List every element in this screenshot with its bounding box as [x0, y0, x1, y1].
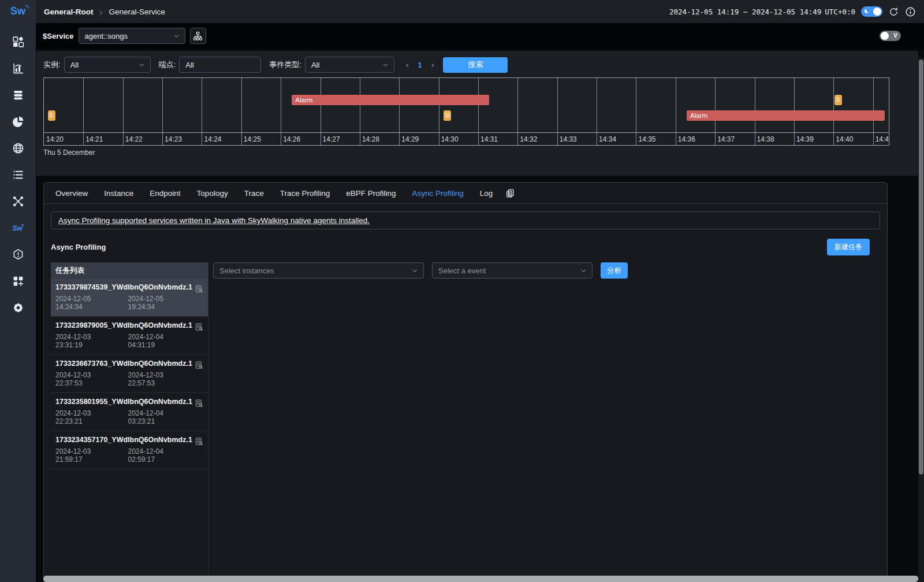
timeline-tick-label: 14:20 — [44, 135, 64, 143]
moon-icon — [863, 8, 869, 14]
sidebar-item-pie-chart[interactable] — [0, 108, 36, 135]
endpoint-filter-label: 端点: — [159, 60, 176, 70]
skywalking-logo[interactable]: Sw — [10, 5, 25, 28]
service-label: $Service — [43, 32, 74, 40]
tab-instance[interactable]: Instance — [96, 183, 141, 204]
timeline-gridline — [794, 78, 795, 132]
timeline-axis: 14:2014:2114:2214:2314:2414:2514:2614:27… — [43, 133, 889, 146]
timeline-tick-label: 14:27 — [321, 135, 340, 143]
task-list-item[interactable]: 1733239879005_YWdlbnQ6OnNvbmdz.12024-12-… — [51, 317, 208, 355]
horizontal-scrollbar[interactable] — [43, 576, 918, 582]
task-detail-icon[interactable] — [195, 322, 204, 332]
grid-plus-icon — [12, 275, 24, 287]
instances-select-placeholder: Select instances — [219, 266, 274, 275]
event-badge[interactable]: St — [444, 110, 451, 121]
sidebar-item-list[interactable] — [0, 161, 36, 188]
horizontal-scrollbar-thumb[interactable] — [43, 576, 918, 582]
tab-log[interactable]: Log — [472, 183, 501, 204]
search-button[interactable]: 搜索 — [443, 57, 508, 73]
task-list-item[interactable]: 1733235801955_YWdlbnQ6OnNvbmdz.12024-12-… — [51, 393, 208, 431]
task-list-item[interactable]: 1733236673763_YWdlbnQ6OnNvbmdz.12024-12-… — [51, 355, 208, 393]
timeline-plot: SAlarmStAlarmS — [43, 77, 889, 133]
tab-endpoint[interactable]: Endpoint — [141, 183, 188, 204]
doc-link-box: Async Profiling supported services writt… — [51, 212, 880, 229]
info-icon[interactable] — [905, 6, 916, 17]
tab-trace[interactable]: Trace — [236, 183, 272, 204]
task-list-item[interactable]: 1733379874539_YWdlbnQ6OnNvbmdz.12024-12-… — [51, 279, 208, 317]
copy-pages-icon[interactable] — [505, 188, 515, 198]
task-detail-icon[interactable] — [195, 399, 204, 408]
task-time-range: 2024-12-05 14:24:342024-12-05 19:24:34 — [55, 295, 192, 311]
sidebar-item-database[interactable] — [0, 81, 36, 108]
profiling-body: 任务列表 1733379874539_YWdlbnQ6OnNvbmdz.1202… — [51, 262, 887, 582]
current-page[interactable]: 1 — [418, 61, 422, 69]
refresh-icon[interactable] — [888, 6, 899, 17]
sidebar-item-grid-plus[interactable] — [0, 268, 36, 294]
instance-filter-select[interactable]: All — [64, 57, 151, 73]
event-badge[interactable]: S — [48, 110, 55, 121]
task-end-time: 2024-12-04 04:31:19 — [128, 333, 192, 349]
service-select[interactable]: agent::songs — [79, 28, 185, 44]
task-detail-icon[interactable] — [195, 284, 204, 294]
service-select-value: agent::songs — [85, 32, 128, 40]
event-select[interactable]: Select a event — [432, 262, 593, 279]
task-detail-icon[interactable] — [195, 361, 204, 370]
vertical-scrollbar-thumb[interactable] — [919, 60, 923, 475]
section-title: Async Profiling — [51, 243, 106, 251]
timeline-gridline — [636, 78, 636, 132]
sidebar-item-shield-alert[interactable] — [0, 241, 36, 268]
task-list-header: 任务列表 — [51, 262, 208, 279]
timezone-label: UTC+0:0 — [825, 8, 855, 16]
dark-mode-toggle[interactable] — [861, 6, 882, 17]
alarm-bar[interactable]: Alarm — [292, 95, 489, 105]
tab-overview[interactable]: Overview — [47, 183, 96, 204]
tab-async-profiling[interactable]: Async Profiling — [404, 183, 472, 204]
tab-topology[interactable]: Topology — [189, 183, 236, 204]
timeline-gridline — [715, 78, 716, 132]
tab-ebpf-profiling[interactable]: eBPF Profiling — [338, 183, 404, 204]
next-page-button[interactable]: › — [431, 60, 434, 69]
timeline-tick-label: 14:35 — [636, 135, 655, 143]
task-start-time: 2024-12-03 22:37:53 — [55, 371, 120, 387]
timeline-tick-label: 14:22 — [123, 135, 143, 143]
svg-text:Sw: Sw — [12, 224, 23, 232]
sidebar-item-topology[interactable] — [0, 188, 36, 214]
task-list-column: 任务列表 1733379874539_YWdlbnQ6OnNvbmdz.1202… — [51, 262, 208, 582]
service-topology-button[interactable] — [190, 28, 206, 44]
event-badge[interactable]: S — [834, 95, 842, 105]
analysis-area: Select instances Select a event 分析 — [208, 262, 887, 582]
vertical-scrollbar[interactable] — [918, 58, 924, 582]
tab-trace-profiling[interactable]: Trace Profiling — [272, 183, 338, 204]
task-list-item[interactable]: 1733234357170_YWdlbnQ6OnNvbmdz.12024-12-… — [51, 431, 208, 469]
event-select-placeholder: Select a event — [438, 266, 486, 275]
task-time-range: 2024-12-03 22:23:212024-12-04 03:23:21 — [55, 409, 192, 425]
sidebar-item-skywalking[interactable]: Sw — [0, 214, 36, 241]
version-toggle[interactable]: V — [880, 31, 901, 41]
timeline-tick-label: 14:32 — [517, 135, 537, 143]
gear-icon — [12, 302, 24, 314]
timeline-tick-label: 14:29 — [399, 135, 419, 143]
async-profiling-doc-link[interactable]: Async Profiling supported services writt… — [58, 216, 370, 225]
sidebar-item-globe[interactable] — [0, 135, 36, 161]
dashboard-icon — [12, 36, 24, 48]
endpoint-filter-input[interactable] — [179, 57, 261, 73]
new-task-button[interactable]: 新建任务 — [827, 239, 870, 255]
analyze-button[interactable]: 分析 — [601, 262, 628, 279]
timeline-gridline — [83, 78, 84, 132]
version-toggle-label: V — [893, 32, 897, 39]
service-bar: $Service agent::songs V — [36, 23, 924, 49]
instances-select[interactable]: Select instances — [213, 262, 424, 279]
event-type-filter-value: All — [311, 61, 319, 69]
time-range-picker[interactable]: 2024-12-05 14:19 ~ 2024-12-05 14:49 — [669, 8, 821, 16]
breadcrumb-root[interactable]: General-Root — [44, 8, 94, 16]
alarm-bar[interactable]: Alarm — [687, 110, 885, 121]
task-detail-icon[interactable] — [195, 437, 204, 446]
event-type-filter-select[interactable]: All — [305, 57, 394, 73]
timeline-gridline — [478, 78, 479, 132]
sidebar-item-dashboard[interactable] — [0, 28, 36, 55]
sidebar-item-bar-chart[interactable] — [0, 55, 36, 81]
breadcrumb-current[interactable]: General-Service — [109, 8, 166, 16]
task-id: 1733379874539_YWdlbnQ6OnNvbmdz.1 — [55, 283, 192, 291]
sidebar-item-gear[interactable] — [0, 294, 36, 321]
prev-page-button[interactable]: ‹ — [406, 60, 409, 69]
